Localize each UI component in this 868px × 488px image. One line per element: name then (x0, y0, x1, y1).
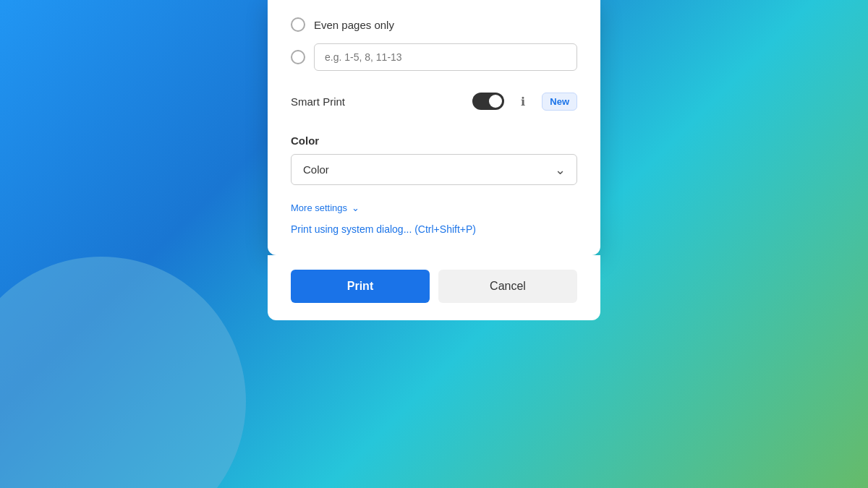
new-badge-button[interactable]: New (542, 93, 577, 111)
smart-print-row: Smart Print ℹ New (291, 91, 577, 111)
dialog-footer: Print Cancel (268, 255, 600, 320)
even-pages-label: Even pages only (314, 19, 394, 31)
page-range-input[interactable] (314, 43, 577, 71)
custom-range-radio[interactable] (291, 50, 305, 64)
cancel-button[interactable]: Cancel (438, 270, 577, 303)
color-section-label: Color (291, 134, 577, 147)
dialog-panel: Even pages only Smart Print ℹ New Color … (268, 0, 600, 255)
more-settings-link[interactable]: More settings ⌄ (291, 202, 577, 213)
smart-print-info-button[interactable]: ℹ (513, 91, 533, 111)
toggle-knob (489, 95, 502, 108)
smart-print-label: Smart Print (291, 95, 464, 108)
color-select-wrapper: Color Black and white ⌄ (291, 154, 577, 185)
print-dialog: Even pages only Smart Print ℹ New Color … (268, 0, 600, 320)
system-dialog-link[interactable]: Print using system dialog... (Ctrl+Shift… (291, 223, 577, 235)
custom-range-row (291, 43, 577, 71)
more-settings-label: More settings (291, 202, 347, 213)
even-pages-radio-row[interactable]: Even pages only (291, 17, 577, 32)
smart-print-toggle[interactable] (472, 93, 504, 110)
more-settings-chevron-icon: ⌄ (352, 202, 359, 213)
print-button[interactable]: Print (291, 270, 430, 303)
even-pages-radio[interactable] (291, 17, 305, 32)
color-select[interactable]: Color Black and white (291, 154, 577, 185)
info-icon: ℹ (521, 95, 525, 108)
